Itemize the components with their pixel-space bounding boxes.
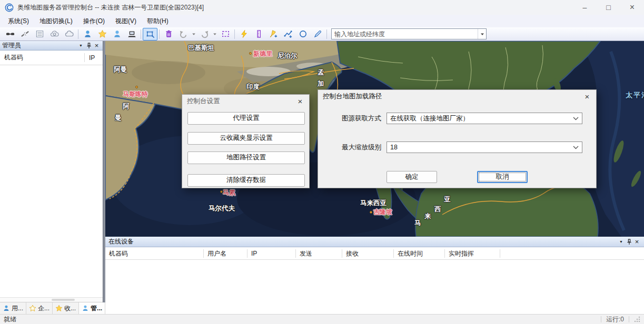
tab-favorites[interactable]: 收... [53, 302, 79, 314]
admin-panel-header: 管理员 ▼ × [0, 41, 103, 50]
cloud-favorites-display-button[interactable]: 云收藏夹显示设置 [187, 132, 305, 145]
tab-admin[interactable]: 管... [79, 302, 105, 314]
toolbar-separator [141, 29, 141, 39]
dialog-title: 控制台设置 [187, 97, 220, 106]
map-source-mode-combo[interactable]: 在线获取（连接地图厂家） [387, 113, 582, 124]
search-input[interactable] [332, 31, 478, 38]
add-track-icon[interactable] [281, 28, 295, 40]
connect-icon[interactable] [3, 28, 17, 40]
undo-caret-icon[interactable] [191, 28, 197, 40]
column-4[interactable]: 接收 [342, 249, 394, 258]
online-devices-table-body [105, 260, 644, 314]
max-zoom-level-combo[interactable]: 18 [387, 141, 582, 153]
redo-icon[interactable] [197, 28, 212, 40]
tab-label: 企... [38, 304, 49, 313]
panel-tab-bar: 用...企...收...管... [0, 302, 103, 314]
toolbar-separator [78, 29, 78, 39]
menubar: 系统(S)地图切换(L)操作(O)视图(V)帮助(H) [0, 15, 644, 27]
map-load-path-dialog: 控制台地图加载路径 × 图源获取方式在线获取（连接地图厂家）最大缩放级别18 确… [318, 89, 597, 188]
tab-label: 管... [91, 304, 102, 313]
dialog-close-icon[interactable]: × [296, 97, 304, 106]
admin-panel-title: 管理员 [2, 41, 77, 50]
cancel-button[interactable]: 取消 [477, 171, 528, 183]
online-devices-table-header: 机器码用户名IP发送接收在线时间实时指挥 [105, 247, 644, 260]
combo-value: 18 [390, 144, 573, 151]
tab-label: 用... [12, 304, 23, 313]
proxy-settings-button[interactable]: 代理设置 [187, 112, 305, 125]
scrollbar-thumb[interactable] [52, 299, 75, 301]
dialog-close-icon[interactable]: × [583, 92, 591, 101]
draw-pencil-icon[interactable] [310, 28, 325, 40]
panel-close-button[interactable]: × [633, 238, 641, 246]
tab-label: 收... [64, 304, 76, 313]
panel-pin-button[interactable] [625, 238, 633, 246]
cloud-icon[interactable] [62, 28, 76, 40]
menu-map-switch[interactable]: 地图切换(L) [34, 15, 78, 27]
pin-icon [86, 43, 92, 49]
add-placemark-icon[interactable] [266, 28, 281, 40]
address-search-combo [331, 28, 487, 39]
undo-icon[interactable] [176, 28, 191, 40]
combo-value: 在线获取（连接地图厂家） [390, 114, 573, 123]
marquee-select-icon[interactable] [218, 28, 233, 40]
disconnect-icon[interactable] [17, 28, 32, 40]
horizontal-scrollbar[interactable] [0, 297, 103, 302]
user-online-icon[interactable] [110, 28, 124, 40]
list-icon[interactable] [32, 28, 47, 40]
quick-locate-icon[interactable] [236, 28, 251, 40]
column-3[interactable]: 发送 [296, 249, 342, 258]
column-ip[interactable]: IP [85, 54, 95, 62]
console-settings-dialog: 控制台设置 × 代理设置云收藏夹显示设置地图路径设置清除缓存数据 [182, 94, 310, 188]
drag-tool-icon[interactable] [143, 28, 157, 40]
delete-icon[interactable] [161, 28, 176, 40]
clear-cache-button[interactable]: 清除缓存数据 [187, 174, 305, 187]
panel-menu-button[interactable]: ▼ [77, 42, 85, 49]
column-2[interactable]: IP [247, 249, 296, 258]
city-dot [135, 86, 138, 88]
panel-pin-button[interactable] [85, 42, 93, 49]
minimize-button[interactable]: – [573, 0, 597, 15]
app-logo-icon [5, 3, 14, 12]
measure-ruler-icon[interactable] [251, 28, 266, 40]
toolbar [0, 27, 644, 41]
search-dropdown-button[interactable] [478, 29, 486, 39]
title-bar: 奥维地图服务器管理控制台 -- 未连接 吉林一号卫星图(全国2023)[4] –… [0, 0, 644, 15]
map-viewport[interactable]: 巴基斯坦新德里尼泊尔孟加阿曼马斯喀特阿曼印度太平洋马尔代夫马累马来西亚吉隆坡马来… [105, 41, 644, 237]
star-favorite-icon [55, 305, 63, 312]
panel-close-button[interactable]: × [93, 42, 101, 49]
toolbar-separator [159, 29, 160, 39]
column-0[interactable]: 机器码 [105, 249, 204, 258]
map-path-settings-button[interactable]: 地图路径设置 [187, 151, 305, 164]
toolbar-separator [326, 29, 327, 39]
star-favorite-icon[interactable] [95, 28, 110, 40]
menu-operation[interactable]: 操作(O) [78, 15, 110, 27]
city-dot [220, 190, 223, 193]
dialog-title: 控制台地图加载路径 [323, 92, 382, 101]
column-machine-code[interactable]: 机器码 [0, 53, 85, 62]
device-icon[interactable] [124, 28, 139, 40]
menu-system[interactable]: 系统(S) [3, 15, 34, 27]
tab-enterprise[interactable]: 企... [26, 302, 53, 314]
window-title: 奥维地图服务器管理控制台 -- 未连接 吉林一号卫星图(全国2023)[4] [17, 3, 573, 12]
column-1[interactable]: 用户名 [204, 249, 247, 258]
close-button[interactable]: × [620, 0, 644, 15]
panel-menu-button[interactable]: ▼ [617, 238, 625, 246]
maximize-button[interactable]: □ [597, 0, 620, 15]
resize-grip-icon[interactable] [634, 316, 640, 322]
column-5[interactable]: 在线时间 [394, 249, 445, 258]
redo-caret-icon[interactable] [212, 28, 218, 40]
status-bar: 就绪 运行:0 [0, 314, 644, 324]
menu-view[interactable]: 视图(V) [110, 15, 142, 27]
draw-circle-icon[interactable] [295, 28, 310, 40]
online-devices-header: 在线设备 ▼ × [105, 237, 644, 247]
user-admin-icon[interactable] [80, 28, 95, 40]
status-separator [601, 316, 601, 322]
field-label: 最大缩放级别 [342, 143, 381, 152]
cloud-sync-icon[interactable] [47, 28, 62, 40]
column-6[interactable]: 实时指挥 [445, 249, 500, 258]
city-dot [249, 52, 252, 55]
star-outline-icon [29, 305, 36, 312]
tab-users[interactable]: 用... [0, 302, 26, 314]
menu-help[interactable]: 帮助(H) [142, 15, 174, 27]
ok-button[interactable]: 确定 [387, 171, 437, 183]
